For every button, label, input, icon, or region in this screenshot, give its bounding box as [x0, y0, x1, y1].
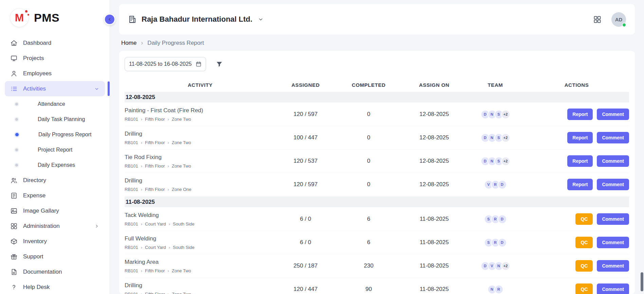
sidebar-item-support[interactable]: Support — [0, 249, 110, 264]
comment-button[interactable]: Comment — [597, 260, 629, 272]
comment-button[interactable]: Comment — [597, 109, 629, 120]
team-member-avatar[interactable]: R — [494, 285, 503, 294]
activity-name: Full Welding — [125, 235, 276, 242]
sidebar-item-documentation[interactable]: Documentation — [0, 264, 110, 279]
team-cell: SRD — [466, 215, 524, 224]
column-header-assigned: ASSIGNED — [276, 82, 335, 88]
activity-location-path: RB101›Fifth Floor›Zone Two — [125, 140, 276, 145]
location-path-part: Fifth Floor — [145, 187, 165, 192]
report-button[interactable]: Report — [567, 109, 593, 120]
sidebar-subitem-project-report[interactable]: Project Report — [0, 142, 110, 157]
comment-button[interactable]: Comment — [597, 132, 629, 143]
location-path-part: Zone Two — [172, 163, 191, 169]
breadcrumb-home[interactable]: Home — [121, 40, 136, 46]
filter-icon[interactable] — [216, 60, 223, 68]
sidebar-item-inventory[interactable]: Inventory — [0, 234, 110, 249]
assign-on-cell: 12-08-2025 — [402, 111, 466, 118]
company-selector[interactable]: Raja Bahadur International Ltd. — [128, 15, 264, 24]
sidebar-item-administration[interactable]: Administration — [0, 218, 110, 234]
sidebar-item-label: Expense — [23, 192, 45, 199]
team-more-badge[interactable]: +2 — [501, 110, 510, 119]
scrollbar-thumb[interactable] — [641, 272, 643, 291]
team-cell: DNS+2 — [466, 133, 524, 142]
completed-cell: 0 — [335, 134, 402, 141]
activity-name: Drilling — [125, 282, 276, 289]
sidebar-item-label: Activities — [23, 85, 46, 92]
breadcrumb: Home › Daily Progress Report — [121, 39, 633, 46]
activity-cell: Marking AreaRB101›Fifth Floor›Zone Two — [125, 259, 276, 273]
report-button[interactable]: Report — [567, 132, 593, 143]
sidebar-item-label: Employees — [23, 70, 52, 77]
sidebar-subitem-daily-expenses[interactable]: Daily Expenses — [0, 157, 110, 173]
location-path-part: RB101 — [125, 117, 138, 122]
sidebar-item-label: Image Gallary — [23, 208, 59, 214]
date-range-input[interactable]: 11-08-2025 to 16-08-2025 — [125, 57, 206, 71]
location-path-part: RB101 — [125, 245, 138, 250]
team-member-avatar[interactable]: D — [498, 238, 507, 247]
sidebar-item-help-desk[interactable]: Help Desk — [0, 279, 110, 294]
activity-location-path: RB101›Court Yard›South Side — [125, 221, 276, 227]
chevron-right-icon — [94, 223, 99, 229]
main-content: Raja Bahadur International Ltd. AD Home … — [110, 0, 644, 294]
sidebar-item-directory[interactable]: Directory — [0, 173, 110, 188]
activity-name: Painting - First Coat (Fire Red) — [125, 107, 276, 114]
sidebar-item-label: Administration — [23, 223, 60, 230]
app-root: M PMS DashboardProjectsEmployeesActiviti… — [0, 0, 644, 294]
expense-icon — [10, 192, 18, 199]
column-header-assign-on: ASSIGN ON — [402, 82, 466, 88]
team-cell: DNS+2 — [466, 157, 524, 166]
qc-button[interactable]: QC — [575, 260, 593, 272]
inventory-icon — [10, 238, 18, 245]
location-path-part: RB101 — [125, 163, 138, 169]
apps-grid-icon[interactable] — [593, 15, 602, 24]
sidebar-subitem-daily-progress-report[interactable]: Daily Progress Report — [0, 127, 110, 142]
location-path-part: South Side — [173, 221, 195, 227]
sidebar-item-image-gallary[interactable]: Image Gallary — [0, 203, 110, 218]
sidebar-item-employees[interactable]: Employees — [0, 66, 110, 81]
chevron-separator-icon: › — [141, 292, 142, 294]
comment-button[interactable]: Comment — [597, 213, 629, 225]
location-path-part: Zone Two — [172, 292, 191, 294]
group-date-label: 11-08-2025 — [126, 199, 155, 205]
activity-table-body: 12-08-2025Painting - First Coat (Fire Re… — [125, 92, 629, 294]
comment-button[interactable]: Comment — [597, 283, 629, 294]
assign-on-cell: 12-08-2025 — [402, 181, 466, 188]
comment-button[interactable]: Comment — [597, 237, 629, 248]
chevron-separator-icon: › — [141, 39, 143, 46]
report-button[interactable]: Report — [567, 179, 593, 190]
report-button[interactable]: Report — [567, 155, 593, 167]
team-cell: SRD — [466, 238, 524, 247]
comment-button[interactable]: Comment — [597, 179, 629, 190]
report-card: 11-08-2025 to 16-08-2025 ACTIVITY ASSIGN… — [119, 51, 635, 294]
team-more-badge[interactable]: +2 — [501, 133, 510, 142]
sidebar-item-projects[interactable]: Projects — [0, 51, 110, 66]
team-member-avatar[interactable]: D — [498, 180, 507, 189]
sidebar-item-label: Dashboard — [23, 40, 51, 46]
completed-cell: 0 — [335, 181, 402, 188]
user-avatar[interactable]: AD — [611, 12, 626, 27]
sidebar-subitem-attendance[interactable]: Attendance — [0, 96, 110, 112]
qc-button[interactable]: QC — [575, 213, 593, 225]
logo[interactable]: M PMS — [0, 0, 110, 35]
chevron-separator-icon: › — [168, 117, 169, 122]
team-more-badge[interactable]: +2 — [501, 157, 510, 166]
location-path-part: Court Yard — [145, 221, 166, 227]
chevron-separator-icon: › — [168, 140, 169, 145]
comment-button[interactable]: Comment — [597, 155, 629, 167]
sidebar-collapse-button[interactable] — [104, 14, 115, 25]
activity-cell: Tie Rod FixingRB101›Fifth Floor›Zone Two — [125, 154, 276, 169]
team-more-badge[interactable]: +2 — [501, 261, 510, 271]
team-cell: DVN+2 — [466, 261, 524, 271]
sidebar-subitem-label: Project Report — [38, 147, 72, 153]
sidebar-item-activities[interactable]: Activities — [5, 81, 105, 96]
qc-button[interactable]: QC — [575, 283, 593, 294]
assign-on-cell: 11-08-2025 — [402, 216, 466, 222]
completed-cell: 0 — [335, 111, 402, 118]
directory-icon — [10, 177, 18, 184]
team-member-avatar[interactable]: D — [498, 215, 507, 224]
sidebar-item-expense[interactable]: Expense — [0, 188, 110, 203]
sidebar-subitem-daily-task-planning[interactable]: Daily Task Planning — [0, 112, 110, 127]
sidebar-item-dashboard[interactable]: Dashboard — [0, 35, 110, 51]
qc-button[interactable]: QC — [575, 237, 593, 248]
column-header-team: TEAM — [466, 82, 524, 88]
